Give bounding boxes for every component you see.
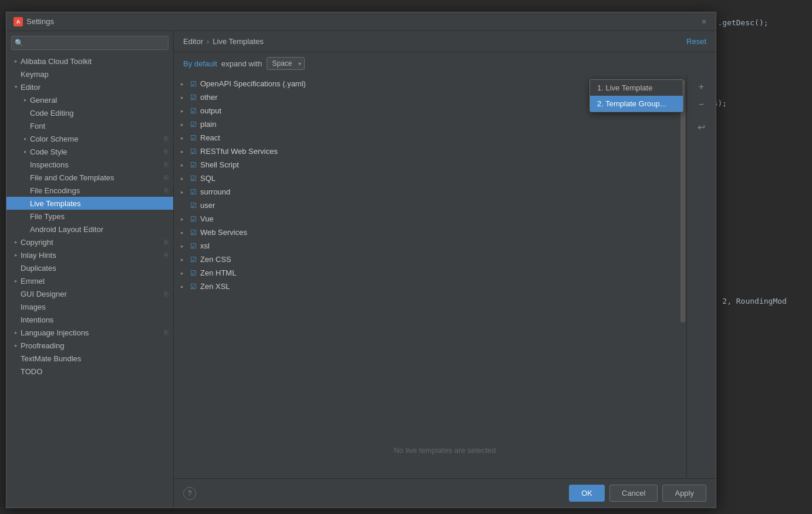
template-group-item[interactable]: ▸☑surround <box>174 185 679 199</box>
sidebar-label-editor: Editor <box>21 83 169 92</box>
template-group-item[interactable]: ▸☑React <box>174 131 679 145</box>
template-group-item[interactable]: ▸☑Zen CSS <box>174 253 679 266</box>
sidebar-label-color-scheme: Color Scheme <box>30 135 162 143</box>
template-checkbox[interactable]: ☑ <box>190 256 197 264</box>
live-template-option[interactable]: 1. Live Template <box>590 80 683 96</box>
no-selection-msg: No live templates are selected <box>393 446 496 455</box>
breadcrumb-separator: › <box>207 37 209 46</box>
cancel-button[interactable]: Cancel <box>609 485 658 502</box>
templates-area: ▸☑OpenAPI Specifications (.yaml)▸☑other▸… <box>174 75 716 478</box>
sidebar-item-font[interactable]: Font <box>6 119 173 132</box>
apply-button[interactable]: Apply <box>662 485 706 502</box>
main-content: Editor › Live Templates Reset By default… <box>174 31 716 508</box>
copy-icon-language-injections: ⎘ <box>164 329 169 336</box>
sidebar-item-emmet[interactable]: Emmet <box>6 274 173 287</box>
template-group-item[interactable]: ☑user <box>174 199 679 212</box>
template-label: other <box>200 93 218 102</box>
sidebar-item-keymap[interactable]: Keymap <box>6 68 173 80</box>
sidebar-item-todo[interactable]: TODO <box>6 365 173 378</box>
sidebar-label-general: General <box>30 96 169 105</box>
copy-icon-file-encodings: ⎘ <box>164 187 169 194</box>
sidebar-item-textmate-bundles[interactable]: TextMate Bundles <box>6 352 173 365</box>
sidebar-item-file-code-templates[interactable]: File and Code Templates⎘ <box>6 171 173 184</box>
template-checkbox[interactable]: ☑ <box>190 188 197 196</box>
template-checkbox[interactable]: ☑ <box>190 283 197 291</box>
sidebar-item-duplicates[interactable]: Duplicates <box>6 261 173 274</box>
sidebar-item-images[interactable]: Images <box>6 300 173 313</box>
sidebar-label-live-templates: Live Templates <box>30 199 169 208</box>
sidebar-item-gui-designer[interactable]: GUI Designer⎘ <box>6 287 173 300</box>
template-checkbox[interactable]: ☑ <box>190 120 197 129</box>
template-group-item[interactable]: ▸☑Shell Script <box>174 158 679 172</box>
sidebar-item-language-injections[interactable]: Language Injections⎘ <box>6 326 173 339</box>
template-checkbox[interactable]: ☑ <box>190 107 197 115</box>
sidebar-item-file-encodings[interactable]: File Encodings⎘ <box>6 184 173 197</box>
tree-arrow-general <box>21 95 30 105</box>
template-checkbox[interactable]: ☑ <box>190 201 197 210</box>
template-checkbox[interactable]: ☑ <box>190 229 197 237</box>
template-group-item[interactable]: ▸☑plain <box>174 117 679 131</box>
copy-icon-file-code-templates: ⎘ <box>164 174 169 181</box>
template-checkbox[interactable]: ☑ <box>190 134 197 142</box>
sidebar-item-inlay-hints[interactable]: Inlay Hints⎘ <box>6 248 173 261</box>
sidebar-label-keymap: Keymap <box>21 70 169 79</box>
template-arrow: ▸ <box>181 230 187 236</box>
dialog-footer: ? OK Cancel Apply <box>174 478 716 508</box>
sidebar-item-general[interactable]: General <box>6 93 173 106</box>
sidebar-label-file-code-templates: File and Code Templates <box>30 173 162 182</box>
content-header: Editor › Live Templates Reset <box>174 31 716 52</box>
template-group-item[interactable]: ▸☑Vue <box>174 212 679 226</box>
template-group-item[interactable]: ▸☑RESTful Web Services <box>174 145 679 158</box>
footer-help: ? <box>183 487 564 500</box>
tree-arrow-code-style <box>21 147 30 156</box>
template-group-item[interactable]: ▸☑Zen HTML <box>174 266 679 280</box>
template-checkbox[interactable]: ☑ <box>190 147 197 156</box>
content-toolbar: By default expand with SpaceTabEnter <box>174 52 716 75</box>
search-area: 🔍 <box>6 31 173 52</box>
sidebar-item-color-scheme[interactable]: Color Scheme⎘ <box>6 132 173 145</box>
template-checkbox[interactable]: ☑ <box>190 93 197 102</box>
template-label: SQL <box>200 174 215 183</box>
template-checkbox[interactable]: ☑ <box>190 80 197 88</box>
template-checkbox[interactable]: ☑ <box>190 242 197 250</box>
sidebar-item-copyright[interactable]: Copyright⎘ <box>6 236 173 248</box>
template-checkbox[interactable]: ☑ <box>190 174 197 183</box>
sidebar-item-code-style[interactable]: Code Style⎘ <box>6 145 173 158</box>
template-checkbox[interactable]: ☑ <box>190 269 197 277</box>
sidebar-item-file-types[interactable]: File Types <box>6 210 173 223</box>
template-checkbox[interactable]: ☑ <box>190 215 197 223</box>
copy-icon-inspections: ⎘ <box>164 161 169 168</box>
template-group-item[interactable]: ▸☑SQL <box>174 172 679 185</box>
sidebar-item-code-editing[interactable]: Code Editing <box>6 106 173 119</box>
template-label: Web Services <box>200 228 247 237</box>
copy-icon-copyright: ⎘ <box>164 238 169 246</box>
reset-link[interactable]: Reset <box>686 37 706 46</box>
help-button[interactable]: ? <box>183 487 196 500</box>
sidebar-item-intentions[interactable]: Intentions <box>6 313 173 326</box>
add-dropdown: 1. Live Template 2. Template Group... <box>589 79 683 112</box>
template-arrow: ▸ <box>181 189 187 195</box>
sidebar-item-editor[interactable]: Editor <box>6 80 173 93</box>
sidebar-item-inspections[interactable]: Inspections⎘ <box>6 158 173 171</box>
sidebar-item-alibaba[interactable]: Alibaba Cloud Toolkit <box>6 55 173 68</box>
template-label: Zen XSL <box>200 282 230 291</box>
template-label: xsl <box>200 241 210 250</box>
add-button[interactable]: + <box>694 79 709 95</box>
ok-button[interactable]: OK <box>569 485 605 502</box>
template-group-item[interactable]: ▸☑Web Services <box>174 226 679 239</box>
template-label: surround <box>200 187 230 196</box>
sidebar-item-proofreading[interactable]: Proofreading <box>6 339 173 352</box>
expand-select[interactable]: SpaceTabEnter <box>267 57 305 70</box>
copy-icon-code-style: ⎘ <box>164 148 169 155</box>
template-group-option[interactable]: 2. Template Group... <box>590 96 683 112</box>
sidebar-item-live-templates[interactable]: Live Templates <box>6 197 173 210</box>
dialog-close-button[interactable]: × <box>699 17 709 26</box>
search-input[interactable] <box>11 36 169 50</box>
sidebar-item-android-layout[interactable]: Android Layout Editor <box>6 223 173 236</box>
template-checkbox[interactable]: ☑ <box>190 161 197 169</box>
right-panel: + − ↩ 1. Live Template 2. Template Group… <box>686 75 716 478</box>
remove-button[interactable]: − <box>694 97 709 112</box>
template-group-item[interactable]: ▸☑Zen XSL <box>174 280 679 293</box>
template-group-item[interactable]: ▸☑xsl <box>174 239 679 253</box>
undo-button[interactable]: ↩ <box>694 119 709 135</box>
